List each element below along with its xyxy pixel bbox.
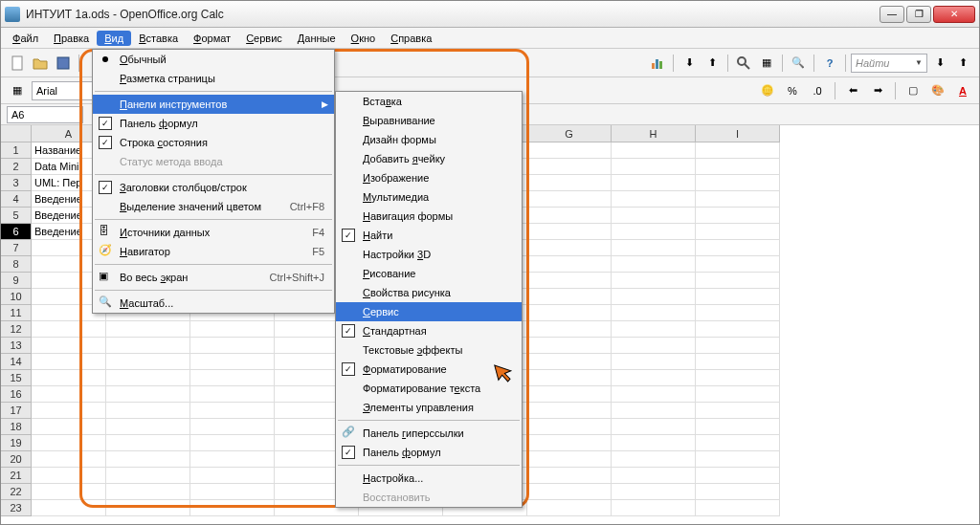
cell[interactable] [527, 468, 612, 484]
cell[interactable] [696, 159, 780, 175]
cell[interactable] [612, 289, 696, 305]
cell[interactable] [190, 386, 275, 403]
cell[interactable] [696, 338, 780, 354]
close-button[interactable]: ✕ [933, 6, 975, 23]
menu-item[interactable]: Добавить ячейку [336, 149, 522, 168]
menu-item[interactable]: ✓Строка состояния [93, 133, 334, 152]
cell[interactable] [612, 338, 696, 354]
menu-item[interactable]: Настройка... [336, 469, 522, 488]
menu-item[interactable]: Форматирование текста [336, 379, 522, 398]
menu-item[interactable]: ▣Во весь экранCtrl+Shift+J [93, 268, 334, 287]
menu-item[interactable]: ✓Найти [336, 226, 522, 245]
cell[interactable] [190, 500, 275, 516]
cell[interactable] [106, 354, 190, 370]
col-header-H[interactable]: H [612, 125, 696, 142]
row-header[interactable]: 21 [1, 468, 32, 484]
decimal-icon[interactable]: .0 [807, 80, 828, 101]
cell[interactable] [106, 419, 190, 435]
cell[interactable] [696, 451, 780, 468]
cell[interactable] [32, 386, 106, 403]
cell[interactable] [106, 403, 190, 419]
menu-item[interactable]: Выравнивание [336, 111, 522, 130]
menu-item[interactable]: Выделение значений цветомCtrl+F8 [93, 197, 334, 216]
menu-item[interactable]: Свойства рисунка [336, 283, 522, 302]
cell[interactable] [612, 321, 696, 338]
cell[interactable] [696, 370, 780, 386]
menu-item[interactable]: ✓Стандартная [336, 321, 522, 340]
cell[interactable] [612, 191, 696, 208]
cell[interactable] [32, 435, 106, 451]
cell[interactable] [527, 386, 612, 403]
menu-item[interactable]: Обычный [93, 50, 334, 69]
menu-вид[interactable]: Вид [97, 31, 131, 46]
cell[interactable] [527, 435, 612, 451]
cell[interactable] [696, 484, 780, 500]
row-header[interactable]: 13 [1, 338, 32, 354]
row-header[interactable]: 5 [1, 208, 32, 224]
cell[interactable] [696, 354, 780, 370]
cell[interactable] [612, 142, 696, 159]
cell[interactable] [696, 321, 780, 338]
cell[interactable] [106, 468, 190, 484]
cell[interactable] [696, 142, 780, 159]
cell[interactable] [32, 484, 106, 500]
percent-icon[interactable]: % [782, 80, 803, 101]
cell[interactable] [106, 386, 190, 403]
zoom-icon[interactable]: 🔍 [788, 53, 809, 74]
cell[interactable] [527, 484, 612, 500]
menu-item[interactable]: ✓Заголовки столбцов/строк [93, 178, 334, 197]
cell[interactable] [527, 191, 612, 208]
menu-справка[interactable]: Справка [383, 31, 439, 46]
cell[interactable] [612, 403, 696, 419]
menu-item[interactable]: Рисование [336, 264, 522, 283]
cell[interactable] [612, 354, 696, 370]
cell[interactable] [527, 403, 612, 419]
cell[interactable] [527, 142, 612, 159]
cell[interactable] [612, 208, 696, 224]
cell[interactable] [527, 256, 612, 273]
cell[interactable] [612, 175, 696, 191]
cell[interactable] [696, 208, 780, 224]
maximize-button[interactable]: ❐ [906, 6, 931, 23]
cell[interactable] [612, 484, 696, 500]
select-all-corner[interactable] [1, 125, 32, 142]
cell[interactable] [696, 468, 780, 484]
sort-desc-icon[interactable]: ⬆ [702, 53, 723, 74]
cell[interactable] [612, 386, 696, 403]
row-header[interactable]: 4 [1, 191, 32, 208]
sort-asc-icon[interactable]: ⬇ [679, 53, 700, 74]
menu-item[interactable]: 🧭НавигаторF5 [93, 242, 334, 261]
cell[interactable] [527, 419, 612, 435]
cell[interactable] [190, 321, 275, 338]
cell[interactable] [190, 354, 275, 370]
menu-файл[interactable]: Файл [5, 31, 46, 46]
cell[interactable] [527, 370, 612, 386]
cell[interactable] [527, 354, 612, 370]
menu-item[interactable]: Дизайн формы [336, 130, 522, 149]
menu-правка[interactable]: Правка [46, 31, 97, 46]
cell[interactable] [612, 256, 696, 273]
row-header[interactable]: 14 [1, 354, 32, 370]
cell[interactable] [190, 435, 275, 451]
cell[interactable] [32, 451, 106, 468]
minimize-button[interactable]: — [880, 6, 904, 23]
find-next-icon[interactable]: ⬇ [929, 53, 950, 74]
menu-item[interactable]: Панели инструментов▶ [93, 95, 334, 114]
col-header-I[interactable]: I [696, 125, 780, 142]
cell[interactable] [527, 159, 612, 175]
row-header[interactable]: 23 [1, 500, 32, 516]
cell[interactable] [696, 224, 780, 240]
cell[interactable] [527, 338, 612, 354]
cell[interactable] [696, 175, 780, 191]
menu-данные[interactable]: Данные [290, 31, 344, 46]
cell[interactable] [696, 273, 780, 289]
menu-item[interactable]: Разметка страницы [93, 69, 334, 88]
gallery-icon[interactable]: ▦ [756, 53, 777, 74]
indent-dec-icon[interactable]: ⬅ [842, 80, 863, 101]
cell[interactable] [32, 403, 106, 419]
cell[interactable] [32, 500, 106, 516]
menu-item[interactable]: 🗄Источники данныхF4 [93, 223, 334, 242]
row-header[interactable]: 1 [1, 142, 32, 159]
row-header[interactable]: 7 [1, 240, 32, 256]
row-header[interactable]: 15 [1, 370, 32, 386]
